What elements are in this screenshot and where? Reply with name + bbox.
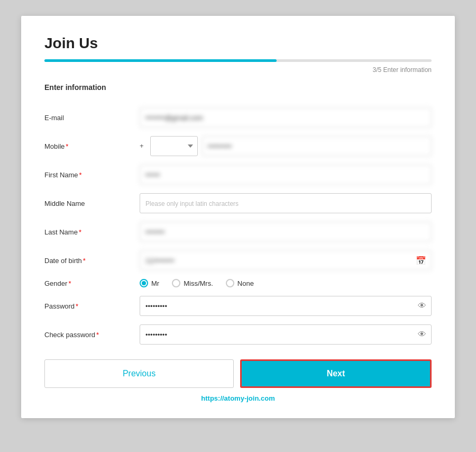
dob-label: Date of birth* xyxy=(44,257,140,265)
password-eye-icon[interactable]: 👁 xyxy=(418,301,426,311)
gender-mr-label: Mr xyxy=(151,279,159,287)
gender-required: * xyxy=(68,279,71,287)
middlename-field-wrapper xyxy=(140,193,432,213)
firstname-input[interactable] xyxy=(140,165,432,185)
dob-row: Date of birth* 📅 xyxy=(44,250,432,270)
email-input[interactable] xyxy=(140,107,432,128)
gender-none-label: None xyxy=(237,279,254,287)
lastname-row: Last Name* xyxy=(44,222,432,242)
previous-button[interactable]: Previous xyxy=(44,359,234,388)
mobile-code-select[interactable] xyxy=(150,136,198,156)
progress-bar-fill xyxy=(44,59,277,62)
check-password-label: Check password* xyxy=(44,331,140,339)
lastname-field-wrapper xyxy=(140,222,432,242)
middlename-label: Middle Name xyxy=(44,200,140,207)
middlename-row: Middle Name xyxy=(44,193,432,213)
check-password-eye-icon[interactable]: 👁 xyxy=(418,330,426,339)
dob-required: * xyxy=(83,257,86,265)
check-password-input[interactable] xyxy=(140,324,432,345)
password-field-wrapper: 👁 xyxy=(140,296,432,316)
lastname-label: Last Name* xyxy=(44,228,140,236)
plus-sign: + xyxy=(140,136,144,156)
dob-field-wrapper: 📅 xyxy=(140,250,432,270)
gender-field-wrapper: Mr Miss/Mrs. None xyxy=(140,279,432,287)
check-password-row: Check password* 👁 xyxy=(44,324,432,345)
mobile-label: Mobile* xyxy=(44,142,140,150)
password-label: Password* xyxy=(44,302,140,310)
progress-bar-track xyxy=(44,59,432,62)
calendar-icon[interactable]: 📅 xyxy=(416,256,426,266)
gender-mr-radio[interactable] xyxy=(140,279,148,287)
gender-none-option[interactable]: None xyxy=(226,279,254,287)
email-label: E-mail xyxy=(44,114,140,122)
password-required: * xyxy=(76,302,78,310)
gender-mr-option[interactable]: Mr xyxy=(140,279,159,287)
page-title: Join Us xyxy=(44,35,432,52)
firstname-field-wrapper xyxy=(140,165,432,185)
mobile-field-wrapper: + xyxy=(140,136,432,156)
password-input[interactable] xyxy=(140,296,432,316)
mobile-number-input[interactable] xyxy=(202,136,432,156)
password-row: Password* 👁 xyxy=(44,296,432,316)
firstname-required: * xyxy=(79,171,82,179)
lastname-required: * xyxy=(79,228,81,236)
dob-input[interactable] xyxy=(140,250,432,270)
gender-miss-radio[interactable] xyxy=(172,279,180,287)
mobile-required: * xyxy=(66,142,68,150)
step-label: 3/5 Enter information xyxy=(44,66,432,74)
gender-none-radio[interactable] xyxy=(226,279,234,287)
middlename-input[interactable] xyxy=(140,193,432,213)
gender-options: Mr Miss/Mrs. None xyxy=(140,279,432,287)
lastname-input[interactable] xyxy=(140,222,432,242)
mobile-row: Mobile* + xyxy=(44,136,432,156)
gender-label: Gender* xyxy=(44,279,140,287)
firstname-row: First Name* xyxy=(44,165,432,185)
buttons-row: Previous Next xyxy=(44,359,432,388)
section-title: Enter information xyxy=(44,83,432,96)
gender-miss-option[interactable]: Miss/Mrs. xyxy=(172,279,213,287)
email-field-wrapper xyxy=(140,107,432,128)
gender-miss-label: Miss/Mrs. xyxy=(184,279,213,287)
email-row: E-mail xyxy=(44,107,432,128)
check-password-field-wrapper: 👁 xyxy=(140,324,432,345)
registration-card: Join Us 3/5 Enter information Enter info… xyxy=(21,16,455,418)
check-password-required: * xyxy=(96,331,99,339)
watermark-label: https://atomy-join.com xyxy=(44,394,432,402)
next-button[interactable]: Next xyxy=(240,359,432,388)
firstname-label: First Name* xyxy=(44,171,140,179)
gender-row: Gender* Mr Miss/Mrs. None xyxy=(44,279,432,287)
